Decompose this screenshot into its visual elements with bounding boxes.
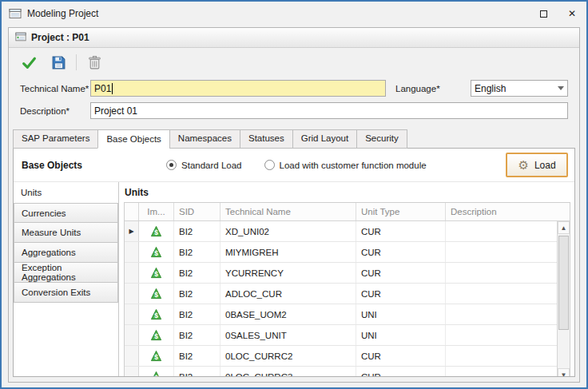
sidebar-item-measure-units[interactable]: Measure Units <box>14 223 118 243</box>
standard-load-label: Standard Load <box>181 161 241 170</box>
gear-icon: ⚙ <box>518 159 528 171</box>
grid-main: ▶ $ BI2 XD_UNI02 CUR $ <box>125 221 570 377</box>
base-objects-panel: Base Objects Standard Load Load with cus… <box>13 148 575 377</box>
project-icon <box>15 31 26 45</box>
tab-namespaces[interactable]: Namespaces <box>169 129 240 149</box>
standard-load-radio[interactable]: Standard Load <box>166 160 241 170</box>
unit-type-cell[interactable]: CUR <box>356 346 446 366</box>
table-row[interactable]: $ BI2 0LOC_CURRC3 CUR <box>125 367 557 377</box>
tab-base-objects[interactable]: Base Objects <box>97 129 169 149</box>
maximize-button[interactable] <box>529 2 558 26</box>
description-cell[interactable] <box>446 367 557 377</box>
technical-name-cell[interactable]: ADLOC_CUR <box>220 284 356 304</box>
language-dropdown[interactable]: English <box>471 80 568 97</box>
sid-cell[interactable]: BI2 <box>174 221 220 241</box>
technical-name-label: Technical Name* <box>20 84 90 93</box>
description-value: Project 01 <box>94 105 137 117</box>
close-icon: ✕ <box>568 8 576 19</box>
column-header-unit-type[interactable]: Unit Type <box>356 203 446 220</box>
technical-name-cell[interactable]: 0LOC_CURRC2 <box>220 346 356 366</box>
description-input[interactable]: Project 01 <box>90 102 568 119</box>
scroll-up-icon[interactable]: ▲ <box>558 221 570 234</box>
svg-text:$: $ <box>154 291 158 299</box>
tab-statuses[interactable]: Statuses <box>240 129 293 149</box>
unit-type-cell[interactable]: CUR <box>356 221 446 241</box>
customer-load-radio[interactable]: Load with customer function module <box>264 160 427 170</box>
svg-text:$: $ <box>154 374 158 377</box>
table-row[interactable]: $ BI2 YCURRENCY CUR <box>125 263 557 284</box>
tab-grid-layout[interactable]: Grid Layout <box>292 129 357 149</box>
load-button[interactable]: ⚙ Load <box>506 153 568 177</box>
technical-name-cell[interactable]: 0BASE_UOM2 <box>220 304 356 324</box>
table-row[interactable]: $ BI2 0LOC_CURRC2 CUR <box>125 346 557 367</box>
grid-rows: ▶ $ BI2 XD_UNI02 CUR $ <box>125 221 557 377</box>
technical-name-input[interactable]: P01 <box>90 80 386 97</box>
tab-security[interactable]: Security <box>356 129 407 149</box>
grid-title: Units <box>124 183 570 202</box>
table-row[interactable]: $ BI2 ADLOC_CUR CUR <box>125 284 557 304</box>
validate-button[interactable] <box>20 54 38 71</box>
technical-name-cell[interactable]: MIYMIGREH <box>220 242 356 262</box>
base-objects-header: Base Objects Standard Load Load with cus… <box>14 149 574 182</box>
technical-name-cell[interactable]: XD_UNI02 <box>220 221 356 241</box>
tab-sap-parameters[interactable]: SAP Parameters <box>13 129 98 149</box>
unit-type-cell[interactable]: CUR <box>356 263 446 283</box>
sid-cell[interactable]: BI2 <box>174 304 220 324</box>
sidebar-item-conversion-exits[interactable]: Conversion Exits <box>14 283 118 303</box>
description-label: Description* <box>20 106 90 116</box>
technical-name-row: Technical Name* P01 Language* English <box>20 80 568 97</box>
table-row[interactable]: $ BI2 0BASE_UOM2 UNI <box>125 304 557 325</box>
tabstrip: SAP Parameters Base Objects Namespaces S… <box>13 129 575 148</box>
technical-name-cell[interactable]: YCURRENCY <box>220 263 356 283</box>
unit-type-cell[interactable]: UNI <box>356 304 446 324</box>
save-button[interactable] <box>50 54 67 71</box>
sidebar-item-units[interactable]: Units <box>14 182 118 203</box>
scrollbar-track[interactable] <box>558 234 570 368</box>
column-header-description[interactable]: Description <box>446 203 557 220</box>
currency-icon: $ <box>139 221 174 241</box>
sid-cell[interactable]: BI2 <box>174 367 220 377</box>
project-form: Technical Name* P01 Language* English De… <box>9 77 579 126</box>
unit-type-cell[interactable]: CUR <box>356 284 446 304</box>
sidebar-item-aggregations[interactable]: Aggregations <box>14 243 118 263</box>
sid-cell[interactable]: BI2 <box>174 284 220 304</box>
svg-text:$: $ <box>154 249 158 257</box>
table-row[interactable]: $ BI2 MIYMIGREH CUR <box>125 242 557 263</box>
scroll-down-icon[interactable]: ▼ <box>558 368 570 377</box>
description-cell[interactable] <box>446 263 557 283</box>
currency-icon: $ <box>139 263 174 283</box>
sidebar-item-exception-aggregations[interactable]: Exception Aggregations <box>14 263 118 283</box>
scrollbar-thumb[interactable] <box>558 236 569 330</box>
toolbar <box>9 48 579 77</box>
vertical-scrollbar[interactable]: ▲ ▼ <box>557 221 570 377</box>
units-grid: Im... SID Technical Name Unit Type Descr… <box>124 202 570 377</box>
sid-cell[interactable]: BI2 <box>174 242 220 262</box>
technical-name-cell[interactable]: 0SALES_UNIT <box>220 325 356 345</box>
titlebar: Modeling Project ✕ <box>2 2 586 26</box>
sid-cell[interactable]: BI2 <box>174 325 220 345</box>
table-row[interactable]: $ BI2 0SALES_UNIT UNI <box>125 325 557 346</box>
sidebar-item-currencies[interactable]: Currencies <box>14 203 118 223</box>
column-header-technical-name[interactable]: Technical Name <box>220 203 356 220</box>
close-button[interactable]: ✕ <box>558 2 586 26</box>
description-cell[interactable] <box>446 304 557 324</box>
description-cell[interactable] <box>446 325 557 345</box>
unit-type-cell[interactable]: UNI <box>356 325 446 345</box>
delete-button[interactable] <box>85 54 103 71</box>
description-cell[interactable] <box>446 242 557 262</box>
table-row[interactable]: ▶ $ BI2 XD_UNI02 CUR <box>125 221 557 242</box>
radio-checked-icon <box>166 160 177 170</box>
svg-text:$: $ <box>154 270 158 278</box>
description-cell[interactable] <box>446 346 557 366</box>
sid-cell[interactable]: BI2 <box>174 346 220 366</box>
description-cell[interactable] <box>446 221 557 241</box>
description-cell[interactable] <box>446 284 557 304</box>
unit-type-cell[interactable]: CUR <box>356 367 446 377</box>
language-label: Language* <box>395 84 466 93</box>
column-header-sid[interactable]: SID <box>174 203 220 220</box>
unit-type-cell[interactable]: CUR <box>356 242 446 262</box>
technical-name-cell[interactable]: 0LOC_CURRC3 <box>220 367 356 377</box>
object-type-sidebar: Units Currencies Measure Units Aggregati… <box>14 182 119 377</box>
sid-cell[interactable]: BI2 <box>174 263 220 283</box>
column-header-im[interactable]: Im... <box>139 203 174 220</box>
